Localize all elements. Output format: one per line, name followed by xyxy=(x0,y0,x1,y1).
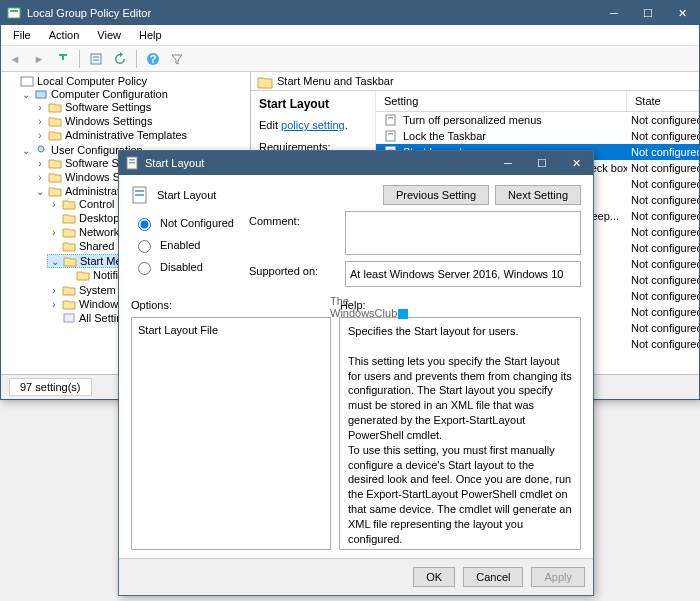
radio-disabled[interactable]: Disabled xyxy=(133,259,239,275)
policy-setting-link[interactable]: policy setting xyxy=(281,119,345,131)
tree-item[interactable]: ›Windows Settings xyxy=(33,115,250,127)
option-start-layout-file: Start Layout File xyxy=(138,324,324,336)
dialog-minimize[interactable]: ─ xyxy=(491,151,525,175)
radio-not-configured[interactable]: Not Configured xyxy=(133,215,239,231)
close-button[interactable]: ✕ xyxy=(665,1,699,25)
policy-icon xyxy=(131,186,149,204)
svg-rect-11 xyxy=(386,115,395,125)
policy-icon xyxy=(125,156,139,170)
tree-root[interactable]: Local Computer Policy xyxy=(5,75,250,87)
svg-rect-20 xyxy=(129,159,135,161)
cancel-button[interactable]: Cancel xyxy=(463,567,523,587)
dialog-titlebar[interactable]: Start Layout ─ ☐ ✕ xyxy=(119,151,593,175)
options-panel: Start Layout File xyxy=(131,317,331,550)
dialog-title: Start Layout xyxy=(145,157,491,169)
dialog-maximize[interactable]: ☐ xyxy=(525,151,559,175)
up-button[interactable] xyxy=(53,49,73,69)
next-setting-button[interactable]: Next Setting xyxy=(495,185,581,205)
svg-point-9 xyxy=(38,146,44,152)
apply-button: Apply xyxy=(531,567,585,587)
toolbar: ◄ ► ? xyxy=(1,46,699,72)
svg-rect-2 xyxy=(91,54,101,64)
gpedit-titlebar[interactable]: Local Group Policy Editor ─ ☐ ✕ xyxy=(1,1,699,25)
help-panel[interactable]: Specifies the Start layout for users.Thi… xyxy=(339,317,581,550)
minimize-button[interactable]: ─ xyxy=(597,1,631,25)
path-text: Start Menu and Taskbar xyxy=(277,75,394,87)
help-label: Help: xyxy=(340,299,581,311)
filter-button[interactable] xyxy=(167,49,187,69)
summary-title: Start Layout xyxy=(259,97,367,111)
forward-button: ► xyxy=(29,49,49,69)
folder-icon xyxy=(257,75,271,87)
menubar: File Action View Help xyxy=(1,25,699,46)
dialog-heading: Start Layout xyxy=(157,189,216,201)
svg-rect-24 xyxy=(135,194,144,196)
radio-enabled[interactable]: Enabled xyxy=(133,237,239,253)
menu-help[interactable]: Help xyxy=(131,27,170,43)
supported-text: At least Windows Server 2016, Windows 10 xyxy=(345,261,581,287)
svg-rect-7 xyxy=(21,77,33,86)
previous-setting-button[interactable]: Previous Setting xyxy=(383,185,489,205)
setting-row[interactable]: Lock the TaskbarNot configured xyxy=(376,128,699,144)
menu-view[interactable]: View xyxy=(89,27,129,43)
col-state[interactable]: State xyxy=(627,91,699,111)
status-count: 97 setting(s) xyxy=(9,378,92,396)
svg-rect-10 xyxy=(64,314,74,322)
refresh-button[interactable] xyxy=(110,49,130,69)
setting-row[interactable]: Turn off personalized menusNot configure… xyxy=(376,112,699,128)
comment-label: Comment: xyxy=(249,211,337,255)
dialog-close[interactable]: ✕ xyxy=(559,151,593,175)
svg-rect-12 xyxy=(388,117,393,119)
gpedit-title: Local Group Policy Editor xyxy=(27,7,597,19)
svg-rect-8 xyxy=(36,91,46,98)
svg-rect-14 xyxy=(388,133,393,135)
svg-rect-1 xyxy=(10,10,18,12)
supported-label: Supported on: xyxy=(249,261,337,287)
tree-item[interactable]: ›Software Settings xyxy=(33,101,250,113)
svg-rect-23 xyxy=(135,190,144,192)
options-label: Options: xyxy=(131,299,332,311)
tree-cc[interactable]: ⌄Computer Configuration xyxy=(19,88,250,100)
gpedit-icon xyxy=(7,6,21,20)
comment-input[interactable] xyxy=(345,211,581,255)
svg-rect-0 xyxy=(8,8,20,18)
maximize-button[interactable]: ☐ xyxy=(631,1,665,25)
properties-button[interactable] xyxy=(86,49,106,69)
menu-file[interactable]: File xyxy=(5,27,39,43)
back-button: ◄ xyxy=(5,49,25,69)
start-layout-dialog: Start Layout ─ ☐ ✕ Start Layout Previous… xyxy=(118,150,594,596)
svg-text:?: ? xyxy=(150,53,157,65)
menu-action[interactable]: Action xyxy=(41,27,88,43)
svg-rect-13 xyxy=(386,131,395,141)
help-button[interactable]: ? xyxy=(143,49,163,69)
svg-rect-21 xyxy=(129,162,135,164)
tree-item[interactable]: ›Administrative Templates xyxy=(33,129,250,141)
col-setting[interactable]: Setting xyxy=(376,91,627,111)
ok-button[interactable]: OK xyxy=(413,567,455,587)
path-bar: Start Menu and Taskbar xyxy=(251,72,699,91)
